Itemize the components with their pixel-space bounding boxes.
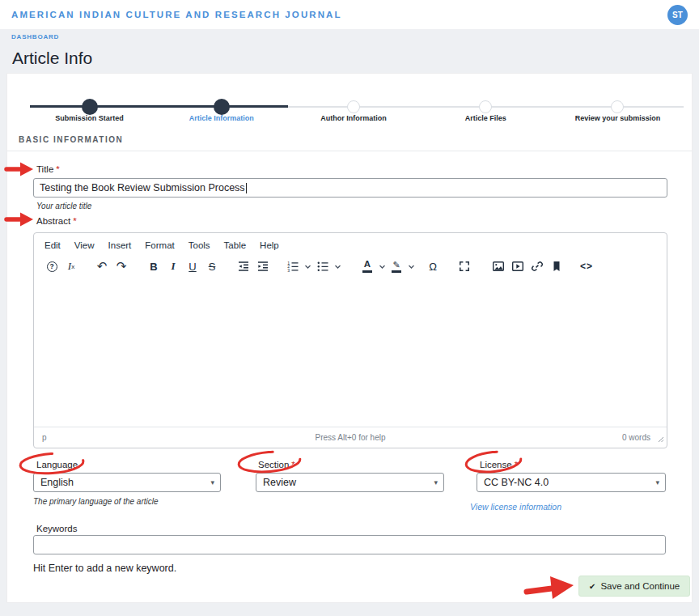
user-avatar[interactable]: ST: [667, 5, 688, 25]
required-asterisk: *: [515, 460, 518, 469]
license-label: License*: [480, 460, 518, 469]
view-license-link[interactable]: View license information: [470, 502, 561, 512]
check-icon: ✔: [589, 582, 595, 591]
highlight-color-dropdown-icon[interactable]: [406, 257, 416, 276]
editor-menubar: Edit View Insert Format Tools Table Help: [34, 233, 667, 254]
chevron-down-icon: ▾: [210, 478, 214, 486]
save-and-continue-button[interactable]: ✔ Save and Continue: [578, 576, 690, 597]
text-color-icon[interactable]: A: [358, 257, 377, 276]
top-bar: AMERICAN INDIAN CULTURE AND RESEARCH JOU…: [0, 0, 699, 29]
step-dot-outline: [479, 100, 492, 113]
numbered-list-dropdown-icon[interactable]: [303, 257, 312, 276]
step-submission-started[interactable]: Submission Started: [23, 74, 155, 125]
title-input[interactable]: Testing the Book Review Submission Proce…: [33, 178, 667, 198]
language-label: Language: [36, 460, 78, 469]
undo-icon[interactable]: ↶: [92, 257, 112, 276]
menu-insert[interactable]: Insert: [108, 240, 132, 250]
menu-view[interactable]: View: [74, 240, 95, 250]
title-helper: Your article title: [36, 202, 91, 210]
step-dot-filled: [214, 99, 230, 115]
stepper: Submission Started Article Information A…: [23, 74, 684, 125]
resize-handle-icon[interactable]: [658, 435, 664, 444]
bold-icon[interactable]: B: [144, 257, 163, 276]
word-count[interactable]: 0 words: [622, 433, 650, 442]
language-helper: The primary language of the article: [33, 497, 159, 506]
language-select[interactable]: English▾: [33, 473, 221, 492]
text-caret: [246, 183, 247, 193]
insert-link-icon[interactable]: [527, 257, 547, 276]
journal-title-link[interactable]: AMERICAN INDIAN CULTURE AND RESEARCH JOU…: [11, 10, 342, 19]
editor-help-hint: Press Alt+0 for help: [34, 433, 667, 442]
required-asterisk: *: [291, 460, 294, 469]
abstract-label: Abstract*: [36, 216, 77, 226]
underline-icon[interactable]: U: [183, 257, 202, 276]
bullet-list-icon[interactable]: [313, 257, 333, 276]
insert-media-icon[interactable]: [508, 257, 527, 276]
basic-information-heading: BASIC INFORMATION: [19, 135, 123, 144]
step-dot-filled: [82, 99, 98, 115]
menu-edit[interactable]: Edit: [44, 240, 61, 250]
abstract-content-area[interactable]: [34, 278, 667, 427]
menu-format[interactable]: Format: [145, 240, 174, 250]
editor-statusbar: p Press Alt+0 for help 0 words: [34, 427, 667, 448]
special-character-icon[interactable]: Ω: [423, 257, 443, 276]
step-review-your-submission[interactable]: Review your submission: [552, 74, 684, 125]
editor-toolbar: ? Ix ↶ ↷ B I U S 123 A ✎: [34, 254, 667, 278]
title-label: Title*: [36, 164, 60, 174]
license-select[interactable]: CC BY-NC 4.0▾: [477, 473, 666, 492]
breadcrumb-dashboard[interactable]: DASHBOARD: [11, 33, 59, 40]
svg-text:3: 3: [287, 268, 290, 273]
bullet-list-dropdown-icon[interactable]: [333, 257, 342, 276]
clear-formatting-icon[interactable]: Ix: [61, 257, 81, 276]
help-icon[interactable]: ?: [42, 257, 61, 276]
chevron-down-icon: ▾: [434, 478, 438, 486]
step-article-information[interactable]: Article Information: [155, 74, 287, 125]
menu-help[interactable]: Help: [260, 240, 279, 250]
step-author-information[interactable]: Author Information: [287, 74, 419, 125]
source-code-icon[interactable]: <>: [577, 257, 596, 276]
keywords-hint: Hit Enter to add a new keyword.: [33, 563, 176, 574]
italic-icon[interactable]: I: [163, 257, 183, 276]
required-asterisk: *: [73, 216, 76, 226]
strikethrough-icon[interactable]: S: [202, 257, 222, 276]
menu-table[interactable]: Table: [224, 240, 247, 250]
step-dot-outline: [611, 100, 624, 113]
anchor-bookmark-icon[interactable]: [547, 257, 566, 276]
chevron-down-icon: ▾: [655, 478, 659, 486]
step-dot-outline: [347, 100, 360, 113]
page-title: Article Info: [12, 49, 92, 68]
section-label: Section*: [258, 460, 295, 469]
outdent-icon[interactable]: [234, 257, 253, 276]
abstract-rich-text-editor: Edit View Insert Format Tools Table Help…: [33, 232, 667, 448]
keywords-input[interactable]: [33, 535, 666, 554]
article-info-card: Submission Started Article Information A…: [6, 73, 693, 603]
fullscreen-icon[interactable]: [455, 257, 474, 276]
redo-icon[interactable]: ↷: [112, 257, 131, 276]
insert-image-icon[interactable]: [489, 257, 508, 276]
highlight-color-icon[interactable]: ✎: [387, 257, 406, 276]
menu-tools[interactable]: Tools: [189, 240, 210, 250]
required-asterisk: *: [56, 164, 59, 174]
keywords-label: Keywords: [36, 524, 78, 533]
divider: [7, 151, 692, 151]
indent-icon[interactable]: [253, 257, 273, 276]
numbered-list-icon[interactable]: 123: [283, 257, 303, 276]
section-select[interactable]: Review▾: [256, 473, 444, 492]
text-color-dropdown-icon[interactable]: [377, 257, 387, 276]
step-article-files[interactable]: Article Files: [420, 74, 552, 125]
